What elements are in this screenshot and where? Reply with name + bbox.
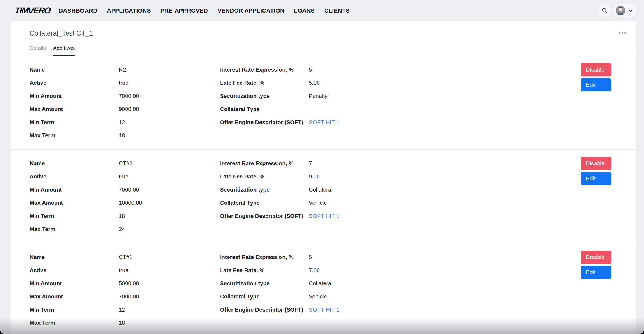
field-value: 18: [119, 132, 125, 139]
main-menu: DASHBOARD APPLICATIONS PRE-APPROVED VEND…: [59, 7, 350, 14]
record-left-fields: NameCT#1 Activetrue Min Amount5000.00 Ma…: [30, 251, 220, 330]
field-row: Collateral TypeVehicle: [220, 196, 340, 210]
field-row: Min Amount7000.00: [30, 90, 220, 103]
tab-strip: Details Additives: [11, 45, 636, 56]
field-label: Min Term: [30, 307, 119, 313]
top-navigation: TIMVERO DASHBOARD APPLICATIONS PRE-APPRO…: [0, 0, 644, 21]
field-label: Min Amount: [30, 187, 119, 193]
field-label: Interest Rate Expression, %: [220, 160, 309, 167]
nav-item-pre-approved[interactable]: PRE-APPROVED: [160, 7, 208, 14]
field-row: Interest Rate Expression, %5: [220, 251, 340, 264]
field-row: Activetrue: [30, 170, 220, 183]
field-label: Offer Engine Descriptor (SOFT): [220, 119, 309, 126]
nav-item-dashboard[interactable]: DASHBOARD: [59, 7, 97, 14]
field-row: Max Term18: [30, 129, 220, 142]
field-label: Max Amount: [30, 106, 119, 112]
field-value: 10000.00: [119, 200, 142, 206]
field-value: true: [119, 80, 128, 86]
field-value: 5000.00: [119, 280, 139, 287]
app-window: TIMVERO DASHBOARD APPLICATIONS PRE-APPRO…: [0, 0, 644, 334]
field-row: Late Fee Rate, %5.00: [220, 76, 340, 90]
field-label: Interest Rate Expression, %: [220, 254, 309, 260]
collateral-detail-card: Collateral_Test CT_1 Details Additives N…: [11, 21, 636, 334]
field-value: Collateral: [309, 280, 332, 287]
nav-item-vendor-application[interactable]: VENDOR APPLICATION: [217, 7, 284, 14]
field-value: true: [119, 267, 128, 274]
nav-item-clients[interactable]: CLIENTS: [324, 7, 350, 14]
field-label: Max Term: [30, 320, 119, 326]
field-label: Active: [30, 80, 119, 86]
field-value: CT#2: [119, 160, 132, 167]
field-value: 5.00: [309, 80, 320, 86]
field-value: 18: [119, 213, 125, 219]
disable-button[interactable]: Disable: [581, 251, 611, 264]
record-actions: Disable Edit: [581, 251, 611, 279]
field-row: Min Amount7000.00: [30, 183, 220, 196]
field-row: Offer Engine Descriptor (SOFT)SOFT HIT 1: [220, 116, 340, 129]
search-button[interactable]: [598, 4, 611, 17]
field-value: 24: [119, 226, 125, 232]
additive-record: NameN2 Activetrue Min Amount7000.00 Max …: [11, 56, 636, 149]
disable-button[interactable]: Disable: [581, 157, 611, 170]
card-header: Collateral_Test CT_1 Details Additives: [11, 21, 636, 56]
field-row: NameCT#1: [30, 251, 220, 264]
record-left-fields: NameN2 Activetrue Min Amount7000.00 Max …: [30, 63, 220, 142]
field-label: Offer Engine Descriptor (SOFT): [220, 307, 309, 313]
field-row: Max Term18: [30, 316, 220, 330]
timvero-logo[interactable]: TIMVERO: [14, 6, 51, 16]
field-row: NameN2: [30, 63, 220, 76]
additive-record: NameCT#2 Activetrue Min Amount7000.00 Ma…: [11, 149, 636, 243]
field-value: 18: [119, 320, 125, 326]
record-left-fields: NameCT#2 Activetrue Min Amount7000.00 Ma…: [30, 157, 220, 236]
field-row: Max Amount10000.00: [30, 196, 220, 210]
field-label: Name: [30, 67, 119, 73]
field-value: 7000.00: [119, 93, 139, 99]
tab-additives[interactable]: Additives: [53, 45, 75, 56]
field-label: Min Term: [30, 119, 119, 126]
user-menu-button[interactable]: [614, 4, 636, 17]
field-label: Collateral Type: [220, 106, 309, 112]
search-icon: [602, 8, 608, 14]
field-row: Late Fee Rate, %9.00: [220, 170, 340, 183]
tab-details[interactable]: Details: [30, 45, 46, 56]
field-row: Securitization typeCollateral: [220, 277, 340, 290]
record-right-fields: Interest Rate Expression, %7 Late Fee Ra…: [220, 157, 340, 236]
field-label: Late Fee Rate, %: [220, 80, 309, 86]
edit-button[interactable]: Edit: [581, 172, 611, 185]
field-value: Vehicle: [309, 200, 327, 206]
field-value: 9000.00: [119, 106, 139, 112]
field-label: Late Fee Rate, %: [220, 267, 309, 274]
nav-item-applications[interactable]: APPLICATIONS: [107, 7, 151, 14]
field-row: Min Term12: [30, 303, 220, 316]
soft-hit-link[interactable]: SOFT HIT 1: [309, 213, 340, 219]
field-value: 9.00: [309, 173, 320, 180]
field-label: Collateral Type: [220, 200, 309, 206]
record-right-fields: Interest Rate Expression, %5 Late Fee Ra…: [220, 63, 340, 142]
nav-item-loans[interactable]: LOANS: [294, 7, 315, 14]
field-row: Activetrue: [30, 264, 220, 277]
field-value: 12: [119, 307, 125, 313]
avatar: [616, 6, 625, 15]
field-row: Activetrue: [30, 76, 220, 90]
field-label: Offer Engine Descriptor (SOFT): [220, 213, 309, 219]
field-label: Interest Rate Expression, %: [220, 67, 309, 73]
field-label: Active: [30, 267, 119, 274]
field-row: Offer Engine Descriptor (SOFT)SOFT HIT 1: [220, 303, 340, 316]
field-value: true: [119, 173, 128, 180]
field-row: Interest Rate Expression, %5: [220, 63, 340, 76]
field-row: Securitization typeCollateral: [220, 183, 340, 196]
field-value: 7000.00: [119, 187, 139, 193]
field-row: Max Amount9000.00: [30, 103, 220, 116]
soft-hit-link[interactable]: SOFT HIT 1: [309, 119, 340, 126]
field-row: Offer Engine Descriptor (SOFT)SOFT HIT 1: [220, 210, 340, 223]
ellipsis-icon: [619, 32, 620, 34]
disable-button[interactable]: Disable: [581, 63, 611, 76]
field-label: Min Amount: [30, 93, 119, 99]
more-menu-button[interactable]: [618, 30, 626, 35]
field-label: Securitization type: [220, 93, 309, 99]
soft-hit-link[interactable]: SOFT HIT 1: [309, 307, 340, 313]
field-row: Securitization typePenalty: [220, 90, 340, 103]
edit-button[interactable]: Edit: [581, 266, 611, 279]
edit-button[interactable]: Edit: [581, 78, 611, 91]
field-value: Vehicle: [309, 293, 327, 300]
